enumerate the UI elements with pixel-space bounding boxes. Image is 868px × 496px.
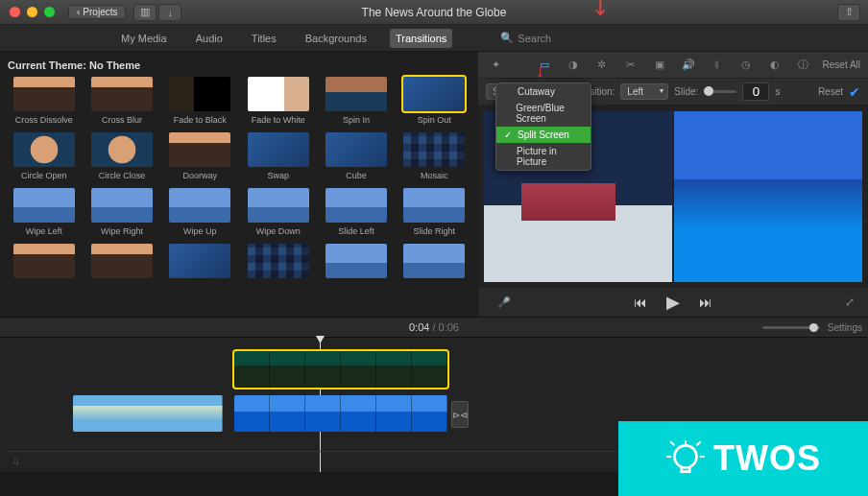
transition-label: Circle Open: [21, 171, 67, 180]
transition-item[interactable]: Doorway: [166, 132, 234, 180]
window-controls: [0, 7, 55, 17]
volume-button[interactable]: 🔊: [679, 56, 698, 75]
transition-item[interactable]: Cross Blur: [87, 77, 156, 125]
transition-thumbnail: [403, 77, 465, 111]
transition-thumbnail: [13, 188, 75, 223]
share-button[interactable]: ⇧: [837, 4, 860, 21]
crop-button[interactable]: ✂: [621, 56, 640, 75]
transition-thumbnail: [403, 188, 465, 223]
transition-item[interactable]: [166, 244, 234, 282]
transition-thumbnail: [169, 188, 230, 223]
transition-item[interactable]: Swap: [244, 132, 312, 180]
minimize-window-button[interactable]: [27, 7, 37, 17]
slide-slider[interactable]: [704, 90, 736, 93]
download-icon: ↓: [168, 7, 174, 18]
tab-backgrounds[interactable]: Backgrounds: [300, 29, 373, 48]
transition-item[interactable]: Circle Open: [10, 132, 78, 180]
watermark-text: TWOS: [713, 438, 821, 479]
menu-item-pip[interactable]: Picture in Picture: [496, 143, 591, 170]
menu-item-split-screen[interactable]: ✓Split Screen: [496, 127, 591, 143]
music-note-icon: ♫: [12, 455, 19, 466]
equalizer-icon: ⫴: [714, 59, 719, 71]
voiceover-button[interactable]: 🎤: [497, 296, 511, 309]
transition-item[interactable]: [244, 244, 312, 282]
time-total: 0:06: [439, 321, 459, 333]
slide-value-input[interactable]: [742, 83, 769, 101]
transition-label: Fade to Black: [174, 115, 227, 125]
transition-thumbnail: [248, 244, 309, 278]
timeline-clip-overlay[interactable]: [234, 351, 447, 388]
transition-thumbnail: [13, 132, 75, 167]
color-balance-button[interactable]: ◑: [564, 56, 583, 75]
timeline-settings-button[interactable]: Settings: [828, 322, 862, 333]
share-icon: ⇧: [845, 6, 854, 18]
transition-item[interactable]: Slide Left: [322, 188, 390, 236]
transition-thumbnail: [169, 132, 230, 167]
transition-item[interactable]: Wipe Left: [10, 188, 78, 236]
color-balance-icon: ◑: [568, 59, 578, 71]
overlay-mode-menu: Cutaway Green/Blue Screen ✓Split Screen …: [495, 83, 591, 171]
timeline-clip-map[interactable]: [73, 395, 223, 432]
transition-item[interactable]: Cube: [322, 132, 390, 180]
color-correction-button[interactable]: ✲: [592, 56, 612, 75]
transition-label: Spin In: [343, 115, 370, 125]
transition-item[interactable]: Spin Out: [400, 77, 469, 125]
clip-filter-button[interactable]: ◐: [765, 56, 784, 75]
timeline-zoom[interactable]: [762, 326, 820, 329]
transition-item[interactable]: Cross Dissolve: [10, 77, 78, 125]
transition-item[interactable]: Circle Close: [87, 132, 156, 180]
info-button[interactable]: ⓘ: [794, 56, 813, 75]
noise-reduction-button[interactable]: ⫴: [708, 56, 727, 75]
apply-check-icon[interactable]: ✔: [849, 84, 860, 100]
reset-all-button[interactable]: Reset All: [823, 59, 860, 70]
play-button[interactable]: ▶: [666, 292, 680, 313]
menu-item-cutaway[interactable]: Cutaway: [496, 83, 591, 100]
transition-label: Wipe Left: [26, 226, 62, 236]
timeline-clip-waterfall[interactable]: [234, 395, 447, 432]
transition-item[interactable]: [10, 244, 78, 282]
tab-audio[interactable]: Audio: [190, 29, 229, 48]
tab-transitions[interactable]: Transitions: [390, 29, 452, 48]
transition-thumbnail: [403, 244, 465, 278]
svg-point-0: [674, 445, 696, 467]
wand-icon: ✦: [492, 59, 500, 71]
transition-item[interactable]: [87, 244, 156, 282]
stabilize-button[interactable]: ▣: [650, 56, 669, 75]
transition-item[interactable]: Spin In: [322, 77, 390, 125]
transition-item[interactable]: Wipe Right: [87, 188, 156, 236]
speed-button[interactable]: ◷: [736, 56, 756, 75]
fullscreen-window-button[interactable]: [44, 7, 55, 17]
transition-item[interactable]: Slide Right: [400, 188, 469, 236]
fullscreen-button[interactable]: ⤢: [845, 295, 855, 309]
skip-forward-button[interactable]: ⏭: [699, 295, 712, 310]
import-media-button[interactable]: ▥: [133, 4, 157, 21]
back-to-projects-button[interactable]: ‹ Projects: [68, 5, 126, 19]
menu-item-green-blue[interactable]: Green/Blue Screen: [496, 100, 591, 127]
tab-my-media[interactable]: My Media: [115, 29, 173, 48]
transition-item[interactable]: Mosaic: [400, 132, 469, 180]
download-media-button[interactable]: ↓: [158, 4, 181, 21]
title-bar: ‹ Projects ▥ ↓ The News Around the Globe…: [0, 0, 868, 25]
reset-button[interactable]: Reset: [818, 86, 843, 97]
tab-titles[interactable]: Titles: [246, 29, 282, 48]
skip-back-button[interactable]: ⏮: [634, 295, 647, 310]
magic-wand-button[interactable]: ✦: [486, 56, 505, 75]
transition-label: Wipe Up: [183, 226, 217, 236]
transition-item[interactable]: Wipe Up: [166, 188, 234, 236]
film-icon: ▥: [140, 6, 150, 18]
search-field[interactable]: 🔍 Search: [500, 32, 551, 44]
transition-thumbnail: [326, 188, 387, 223]
transition-placeholder[interactable]: ⊳⊲: [451, 401, 469, 428]
transition-item[interactable]: Fade to White: [244, 77, 312, 125]
search-icon: 🔍: [500, 32, 514, 44]
close-window-button[interactable]: [10, 7, 20, 17]
position-dropdown[interactable]: Left: [620, 83, 668, 100]
transition-label: Swap: [267, 171, 289, 180]
expand-icon: ⤢: [845, 295, 855, 309]
slide-label: Slide:: [674, 86, 698, 97]
transition-item[interactable]: Fade to Black: [166, 77, 234, 125]
transition-thumbnail: [169, 244, 230, 278]
transition-item[interactable]: [322, 244, 390, 282]
transition-item[interactable]: Wipe Down: [244, 188, 312, 236]
transition-item[interactable]: [400, 244, 469, 282]
